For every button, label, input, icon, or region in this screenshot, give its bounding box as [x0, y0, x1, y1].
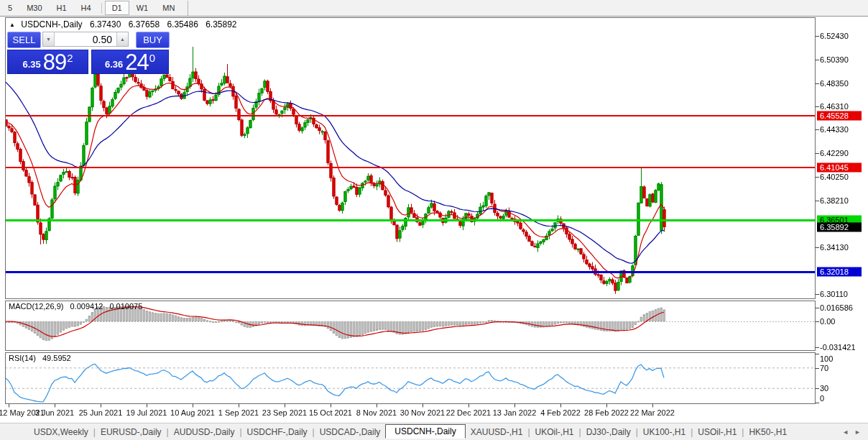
lot-increase-button[interactable]: ▲ — [116, 32, 128, 46]
macd-axis-label: -0.031421 — [820, 343, 856, 352]
date-axis-label: 3 Jun 2021 — [35, 408, 74, 417]
date-axis-label: 8 Nov 2021 — [356, 408, 397, 417]
date-axis-label: 22 Dec 2021 — [446, 408, 491, 417]
sell-price-small: 6.35 — [22, 59, 40, 70]
rsi-value: 49.5952 — [42, 354, 71, 362]
collapse-arrow-icon[interactable]: ▲ — [9, 22, 15, 28]
macd-label: MACD(12,26,9) 0.009412 0.010075 — [9, 302, 142, 311]
up-arrow-icon: ▲ — [120, 37, 125, 42]
date-axis-label: 4 Feb 2022 — [540, 408, 581, 417]
trade-panel: SELL ▼ ▲ BUY 6.35 89 2 6.36 24 — [7, 32, 170, 74]
hline-price-label: 6.41045 — [817, 163, 862, 173]
symbol-title: USDCNH-,Daily — [21, 19, 82, 29]
hline-price-label: 6.32018 — [817, 267, 862, 277]
price-axis-label: 6.30110 — [820, 290, 848, 298]
rsi-label: RSI(14) 49.5952 — [9, 354, 71, 362]
price-axis-label: 6.40250 — [820, 173, 849, 181]
rsi-name: RSI(14) — [9, 354, 36, 362]
price-axis-label: 6.38210 — [820, 196, 849, 205]
sell-button[interactable]: SELL — [7, 32, 41, 48]
date-axis-label: 30 Nov 2021 — [400, 408, 445, 417]
date-axis-label: 28 Feb 2022 — [584, 408, 629, 417]
macd-value-main: 0.009412 — [70, 302, 103, 311]
price-axis-label: 6.50390 — [820, 55, 849, 64]
ohlc-close: 6.35892 — [206, 19, 236, 29]
tab-audusd-daily[interactable]: AUDUSD-,Daily — [169, 425, 240, 439]
sell-price-big: 89 — [43, 51, 66, 73]
date-axis-label: 19 Jul 2021 — [126, 408, 167, 417]
tab-xauusd-h1[interactable]: XAUUSD-,H1 — [466, 425, 528, 439]
current-price-label: 6.35892 — [817, 222, 862, 232]
price-axis-label: 6.46310 — [820, 102, 849, 111]
buy-price-sup: 0 — [149, 52, 155, 63]
rsi-axis-label: 0 — [820, 394, 824, 403]
macd-axis-label: 0.00 — [820, 317, 835, 326]
symbol-header: ▲ USDCNH-,Daily 6.37430 6.37658 6.35486 … — [9, 19, 237, 29]
tab-eurusd-daily[interactable]: EURUSD-,Daily — [96, 425, 167, 439]
lot-decrease-button[interactable]: ▼ — [43, 32, 55, 46]
date-axis-label: 1 Sep 2021 — [218, 408, 259, 417]
down-arrow-icon: ▼ — [46, 37, 51, 42]
tab-usdchf-daily[interactable]: USDCHF-,Daily — [242, 425, 313, 439]
sell-price-sup: 2 — [67, 52, 73, 63]
trading-platform-window: 5M30H1H4D1W1MN ▲ USDCNH-,Daily 6.37430 6… — [0, 0, 868, 440]
tab-scroll-left-button[interactable]: ◄ — [842, 428, 849, 436]
tab-ukoil-h1[interactable]: UKOil-,H1 — [530, 425, 579, 439]
buy-price-big: 24 — [125, 51, 148, 73]
date-axis-label: 23 Sep 2021 — [262, 408, 307, 417]
tab-usoil-h1[interactable]: USOil-,H1 — [693, 425, 742, 439]
lot-spinner: ▼ ▲ — [42, 32, 129, 47]
ohlc-high: 6.37658 — [129, 19, 160, 29]
ohlc-open: 6.37430 — [90, 19, 121, 29]
buy-button[interactable]: BUY — [136, 32, 170, 48]
price-axis-label: 6.34130 — [820, 243, 849, 252]
sell-price-box[interactable]: 6.35 89 2 — [7, 50, 88, 74]
lot-input[interactable] — [55, 32, 116, 46]
ohlc-low: 6.35486 — [167, 19, 198, 29]
rsi-axis-label: 30 — [820, 384, 828, 393]
chart-tab-bar: USDX,Weekly|EURUSD-,Daily|AUDUSD-,Daily|… — [0, 423, 868, 440]
date-axis-label: 10 Aug 2021 — [170, 408, 215, 417]
price-axis-label: 6.42290 — [820, 149, 849, 157]
date-axis-label: 15 Oct 2021 — [309, 408, 352, 417]
price-axis-label: 6.44330 — [820, 125, 849, 134]
tab-uk100-h1[interactable]: UK100-,H1 — [638, 425, 691, 439]
tab-usdcad-daily[interactable]: USDCAD-,Daily — [315, 425, 386, 439]
tab-scroll-right-button[interactable]: ► — [854, 428, 861, 436]
rsi-axis-label: 100 — [820, 354, 833, 363]
rsi-axis-label: 70 — [820, 364, 828, 372]
tab-hk50-h1[interactable]: HK50-,H1 — [744, 425, 792, 439]
hline-price-label: 6.45528 — [817, 111, 862, 121]
tab-usdx-weekly[interactable]: USDX,Weekly — [29, 425, 93, 439]
macd-name: MACD(12,26,9) — [9, 302, 63, 311]
date-axis-label: 25 Jun 2021 — [79, 408, 123, 417]
tab-dj30-daily[interactable]: DJ30-,Daily — [581, 425, 636, 439]
macd-value-signal: 0.010075 — [109, 302, 142, 311]
buy-price-box[interactable]: 6.36 24 0 — [91, 50, 169, 74]
price-axis-label: 6.48350 — [820, 79, 849, 88]
macd-axis-label: 0.016586 — [820, 303, 853, 312]
price-axis-label: 6.52430 — [820, 32, 849, 40]
tab-usdcnh-daily[interactable]: USDCNH-,Daily — [385, 424, 465, 439]
date-axis-label: 22 Mar 2022 — [630, 408, 675, 417]
date-axis-label: 13 Jan 2022 — [493, 408, 537, 417]
buy-price-small: 6.36 — [105, 59, 123, 70]
